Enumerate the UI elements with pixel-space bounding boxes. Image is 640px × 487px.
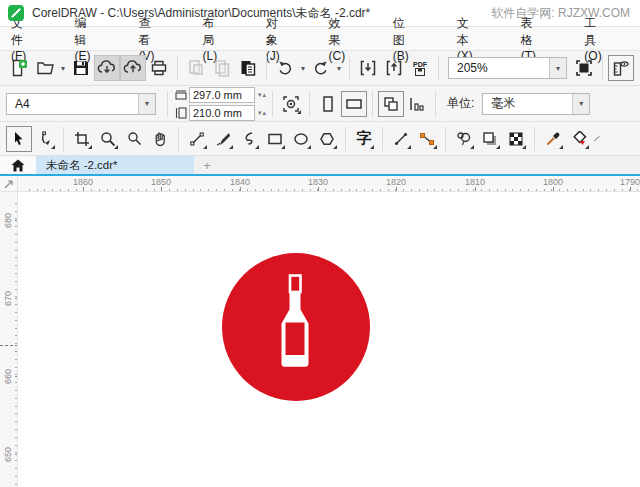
undo-button[interactable] [272, 55, 298, 81]
text-tool-icon: 字 [357, 129, 372, 148]
property-bar: A4 ▾ ▾▴ ▾▴ [0, 86, 640, 122]
toolbar-separator [167, 92, 168, 116]
toolbar-separator [63, 127, 64, 151]
copy-button [209, 55, 235, 81]
artistic-media-tool[interactable] [210, 126, 236, 152]
toolbar-separator [177, 56, 178, 80]
page-dimensions-group: ▾▴ ▾▴ [173, 87, 267, 121]
units-label: 单位: [447, 95, 474, 112]
page-width-icon [173, 90, 189, 100]
hruler-tick: 1790 [620, 177, 640, 187]
hruler-tick: 1840 [230, 177, 250, 187]
toolbar-separator [372, 92, 373, 116]
paper-size-dropdown-arrow[interactable]: ▾ [138, 94, 155, 114]
toolbar-separator [534, 127, 535, 151]
vruler-tick: 680 [3, 214, 13, 228]
print-button[interactable] [146, 55, 172, 81]
rectangle-tool[interactable] [262, 126, 288, 152]
toolbox: 字 [0, 122, 640, 156]
curve-tool[interactable] [236, 126, 262, 152]
callout-tool[interactable] [451, 126, 477, 152]
document-tab[interactable]: 未命名 -2.cdr* [36, 156, 194, 174]
show-rulers-button[interactable] [608, 55, 634, 81]
zoom-level-value: 205% [457, 61, 488, 75]
paste-button[interactable] [235, 55, 261, 81]
ruler-row: 1860 1850 1840 1830 1820 1810 1800 1790 [0, 176, 640, 192]
coreldraw-window: CorelDRAW - C:\Users\Administrator\Docum… [0, 0, 640, 487]
save-button[interactable] [68, 55, 94, 81]
pan-tool[interactable] [147, 126, 173, 152]
hruler-tick: 1860 [73, 177, 93, 187]
open-dropdown-arrow[interactable]: ▾ [58, 64, 68, 73]
page-height-icon [173, 107, 189, 119]
toolbar-separator [266, 56, 267, 80]
cut-button [183, 55, 209, 81]
ruler-origin-button[interactable] [0, 176, 18, 191]
ellipse-tool[interactable] [288, 126, 314, 152]
hruler-tick: 1820 [386, 177, 406, 187]
new-tab-button[interactable]: + [194, 156, 220, 174]
drop-shadow-tool[interactable] [477, 126, 503, 152]
facing-pages-button[interactable] [404, 91, 430, 117]
fit-page-button[interactable] [278, 91, 304, 117]
vruler-tick: 650 [3, 448, 13, 462]
hruler-tick: 1830 [308, 177, 328, 187]
vruler-tick: 670 [3, 292, 13, 306]
pick-tool[interactable] [6, 126, 32, 152]
zoom-level-combobox[interactable]: 205% ▾ [448, 57, 567, 79]
fullscreen-preview-button[interactable] [571, 55, 597, 81]
zoom-tool[interactable] [95, 126, 121, 152]
redo-dropdown-arrow[interactable]: ▾ [334, 64, 344, 73]
hruler-tick: 1800 [543, 177, 563, 187]
dimension-tool[interactable] [388, 126, 414, 152]
landscape-button[interactable] [341, 91, 367, 117]
vertical-ruler[interactable]: 680 670 660 650 [0, 192, 18, 487]
zoom-out-tool[interactable] [121, 126, 147, 152]
outline-tool[interactable] [592, 126, 602, 152]
toolbar-separator [438, 56, 439, 80]
import-button[interactable] [355, 55, 381, 81]
page-height-field[interactable] [189, 105, 255, 121]
transparency-tool[interactable] [503, 126, 529, 152]
interactive-fill-tool[interactable] [566, 126, 592, 152]
work-area: 680 670 660 650 [0, 192, 640, 487]
units-combobox[interactable]: 毫米 ▾ [482, 93, 590, 115]
toolbar-separator [178, 127, 179, 151]
polygon-tool[interactable] [314, 126, 340, 152]
shape-tool[interactable] [32, 126, 58, 152]
portrait-button[interactable] [315, 91, 341, 117]
document-tab-bar: 未命名 -2.cdr* + [0, 156, 640, 176]
open-button[interactable] [32, 55, 58, 81]
export-button[interactable] [381, 55, 407, 81]
crop-tool[interactable] [69, 126, 95, 152]
cloud-upload-button[interactable] [120, 55, 146, 81]
toolbar-separator [272, 92, 273, 116]
eyedropper-tool[interactable] [540, 126, 566, 152]
new-document-button[interactable] [6, 55, 32, 81]
ruler-page-edge-marker [0, 345, 18, 346]
page-width-field[interactable] [189, 87, 255, 103]
page-width-spinner[interactable]: ▾▴ [258, 91, 267, 99]
paper-size-combobox[interactable]: A4 ▾ [6, 93, 156, 115]
publish-pdf-button[interactable]: PDF [407, 55, 433, 81]
bottle-badge-artwork[interactable] [221, 252, 371, 402]
hruler-tick: 1810 [465, 177, 485, 187]
plus-icon: + [203, 158, 211, 173]
home-button[interactable] [0, 156, 36, 174]
paper-size-value: A4 [15, 97, 30, 111]
drawing-canvas[interactable] [18, 192, 640, 487]
connector-tool[interactable] [414, 126, 440, 152]
freehand-tool[interactable] [184, 126, 210, 152]
all-pages-button[interactable] [378, 91, 404, 117]
horizontal-ruler[interactable]: 1860 1850 1840 1830 1820 1810 1800 1790 [18, 176, 640, 191]
undo-dropdown-arrow[interactable]: ▾ [298, 64, 308, 73]
coreldraw-app-icon [8, 5, 24, 21]
text-tool[interactable]: 字 [351, 126, 377, 152]
toolbar-separator [349, 56, 350, 80]
zoom-level-dropdown-arrow[interactable]: ▾ [549, 58, 566, 78]
cloud-download-button[interactable] [94, 55, 120, 81]
units-dropdown-arrow[interactable]: ▾ [572, 94, 589, 114]
page-height-spinner[interactable]: ▾▴ [258, 109, 267, 117]
menu-bar: 文件(F) 编辑(E) 查看(V) 布局(L) 对象(J) 效果(C) 位图(B… [0, 27, 640, 51]
redo-button[interactable] [308, 55, 334, 81]
